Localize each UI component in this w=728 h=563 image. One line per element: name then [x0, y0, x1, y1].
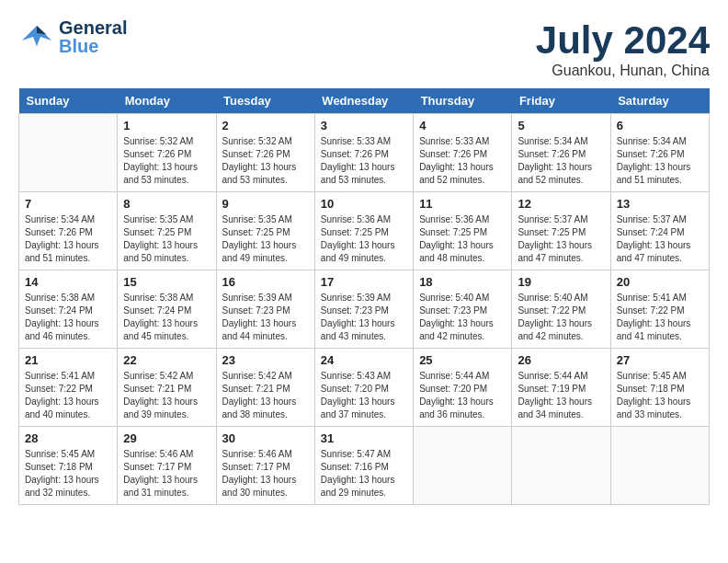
day-info: Sunrise: 5:34 AM Sunset: 7:26 PM Dayligh… [518, 135, 604, 187]
day-number: 7 [25, 197, 111, 211]
day-number: 2 [222, 119, 309, 132]
main-title: July 2024 [536, 18, 710, 63]
day-number: 16 [222, 275, 309, 289]
day-number: 30 [222, 431, 309, 445]
day-number: 26 [518, 353, 604, 367]
day-info: Sunrise: 5:37 AM Sunset: 7:24 PM Dayligh… [617, 213, 703, 265]
calendar-cell: 11Sunrise: 5:36 AM Sunset: 7:25 PM Dayli… [414, 192, 512, 270]
day-number: 4 [419, 119, 506, 132]
day-number: 25 [419, 353, 506, 367]
column-header-friday: Friday [512, 88, 610, 114]
calendar-cell: 28Sunrise: 5:45 AM Sunset: 7:18 PM Dayli… [19, 427, 118, 505]
day-info: Sunrise: 5:45 AM Sunset: 7:18 PM Dayligh… [25, 448, 111, 500]
calendar-week-5: 28Sunrise: 5:45 AM Sunset: 7:18 PM Dayli… [19, 427, 710, 505]
calendar-cell: 16Sunrise: 5:39 AM Sunset: 7:23 PM Dayli… [216, 270, 314, 349]
calendar-table: SundayMondayTuesdayWednesdayThursdayFrid… [18, 88, 710, 505]
column-header-tuesday: Tuesday [216, 88, 314, 114]
logo-blue: Blue [59, 37, 127, 55]
logo: General Blue [18, 18, 127, 55]
calendar-cell: 21Sunrise: 5:41 AM Sunset: 7:22 PM Dayli… [19, 349, 118, 427]
day-info: Sunrise: 5:38 AM Sunset: 7:24 PM Dayligh… [123, 292, 210, 343]
calendar-week-4: 21Sunrise: 5:41 AM Sunset: 7:22 PM Dayli… [19, 349, 710, 427]
calendar-cell: 4Sunrise: 5:33 AM Sunset: 7:26 PM Daylig… [414, 114, 512, 192]
day-number: 14 [25, 275, 111, 289]
calendar-cell: 22Sunrise: 5:42 AM Sunset: 7:21 PM Dayli… [118, 349, 216, 427]
day-info: Sunrise: 5:35 AM Sunset: 7:25 PM Dayligh… [222, 213, 309, 265]
day-number: 13 [617, 197, 703, 211]
calendar-cell: 17Sunrise: 5:39 AM Sunset: 7:23 PM Dayli… [314, 270, 413, 349]
day-info: Sunrise: 5:46 AM Sunset: 7:17 PM Dayligh… [222, 448, 309, 500]
day-number: 23 [222, 353, 309, 367]
calendar-cell: 30Sunrise: 5:46 AM Sunset: 7:17 PM Dayli… [216, 427, 314, 505]
column-header-monday: Monday [118, 88, 216, 114]
day-number: 5 [518, 119, 604, 132]
calendar-cell: 29Sunrise: 5:46 AM Sunset: 7:17 PM Dayli… [118, 427, 216, 505]
day-number: 8 [123, 197, 210, 211]
day-info: Sunrise: 5:38 AM Sunset: 7:24 PM Dayligh… [25, 292, 111, 343]
calendar-cell: 14Sunrise: 5:38 AM Sunset: 7:24 PM Dayli… [19, 270, 118, 349]
day-number: 1 [123, 119, 210, 132]
day-info: Sunrise: 5:34 AM Sunset: 7:26 PM Dayligh… [617, 135, 703, 187]
day-info: Sunrise: 5:33 AM Sunset: 7:26 PM Dayligh… [321, 135, 407, 187]
day-info: Sunrise: 5:34 AM Sunset: 7:26 PM Dayligh… [25, 213, 111, 265]
calendar-week-3: 14Sunrise: 5:38 AM Sunset: 7:24 PM Dayli… [19, 270, 710, 349]
calendar-cell: 15Sunrise: 5:38 AM Sunset: 7:24 PM Dayli… [118, 270, 216, 349]
calendar-cell: 7Sunrise: 5:34 AM Sunset: 7:26 PM Daylig… [19, 192, 118, 270]
day-number: 22 [123, 353, 210, 367]
calendar-cell [19, 114, 118, 192]
calendar-cell: 25Sunrise: 5:44 AM Sunset: 7:20 PM Dayli… [414, 349, 512, 427]
calendar-cell: 18Sunrise: 5:40 AM Sunset: 7:23 PM Dayli… [414, 270, 512, 349]
day-info: Sunrise: 5:37 AM Sunset: 7:25 PM Dayligh… [518, 213, 604, 265]
day-info: Sunrise: 5:45 AM Sunset: 7:18 PM Dayligh… [617, 370, 703, 421]
calendar-cell: 19Sunrise: 5:40 AM Sunset: 7:22 PM Dayli… [512, 270, 610, 349]
calendar-header-row: SundayMondayTuesdayWednesdayThursdayFrid… [19, 88, 710, 114]
day-number: 19 [518, 275, 604, 289]
calendar-cell: 31Sunrise: 5:47 AM Sunset: 7:16 PM Dayli… [314, 427, 413, 505]
day-info: Sunrise: 5:42 AM Sunset: 7:21 PM Dayligh… [123, 370, 210, 421]
column-header-saturday: Saturday [610, 88, 709, 114]
day-number: 29 [123, 431, 210, 445]
day-info: Sunrise: 5:41 AM Sunset: 7:22 PM Dayligh… [25, 370, 111, 421]
calendar-cell [610, 427, 709, 505]
day-number: 17 [321, 275, 407, 289]
day-info: Sunrise: 5:42 AM Sunset: 7:21 PM Dayligh… [222, 370, 309, 421]
day-number: 31 [321, 431, 407, 445]
day-info: Sunrise: 5:46 AM Sunset: 7:17 PM Dayligh… [123, 448, 210, 500]
calendar-cell: 6Sunrise: 5:34 AM Sunset: 7:26 PM Daylig… [610, 114, 709, 192]
day-number: 28 [25, 431, 111, 445]
day-info: Sunrise: 5:32 AM Sunset: 7:26 PM Dayligh… [222, 135, 309, 187]
svg-marker-1 [37, 26, 46, 35]
day-info: Sunrise: 5:36 AM Sunset: 7:25 PM Dayligh… [419, 213, 506, 265]
day-info: Sunrise: 5:40 AM Sunset: 7:22 PM Dayligh… [518, 292, 604, 343]
page-header: General Blue July 2024 Guankou, Hunan, C… [18, 18, 710, 79]
logo-text: General Blue [59, 18, 127, 55]
calendar-cell: 26Sunrise: 5:44 AM Sunset: 7:19 PM Dayli… [512, 349, 610, 427]
subtitle: Guankou, Hunan, China [536, 63, 710, 79]
day-info: Sunrise: 5:44 AM Sunset: 7:20 PM Dayligh… [419, 370, 506, 421]
day-number: 21 [25, 353, 111, 367]
day-number: 6 [617, 119, 703, 132]
calendar-week-2: 7Sunrise: 5:34 AM Sunset: 7:26 PM Daylig… [19, 192, 710, 270]
calendar-cell [512, 427, 610, 505]
calendar-cell: 8Sunrise: 5:35 AM Sunset: 7:25 PM Daylig… [118, 192, 216, 270]
calendar-cell: 13Sunrise: 5:37 AM Sunset: 7:24 PM Dayli… [610, 192, 709, 270]
day-info: Sunrise: 5:39 AM Sunset: 7:23 PM Dayligh… [321, 292, 407, 343]
title-block: July 2024 Guankou, Hunan, China [536, 18, 710, 79]
day-info: Sunrise: 5:44 AM Sunset: 7:19 PM Dayligh… [518, 370, 604, 421]
day-number: 27 [617, 353, 703, 367]
calendar-cell: 10Sunrise: 5:36 AM Sunset: 7:25 PM Dayli… [314, 192, 413, 270]
calendar-cell: 20Sunrise: 5:41 AM Sunset: 7:22 PM Dayli… [610, 270, 709, 349]
day-info: Sunrise: 5:41 AM Sunset: 7:22 PM Dayligh… [617, 292, 703, 343]
day-info: Sunrise: 5:35 AM Sunset: 7:25 PM Dayligh… [123, 213, 210, 265]
day-number: 3 [321, 119, 407, 132]
day-number: 12 [518, 197, 604, 211]
column-header-wednesday: Wednesday [314, 88, 413, 114]
calendar-cell: 24Sunrise: 5:43 AM Sunset: 7:20 PM Dayli… [314, 349, 413, 427]
day-info: Sunrise: 5:36 AM Sunset: 7:25 PM Dayligh… [321, 213, 407, 265]
day-info: Sunrise: 5:43 AM Sunset: 7:20 PM Dayligh… [321, 370, 407, 421]
day-number: 9 [222, 197, 309, 211]
calendar-cell [414, 427, 512, 505]
logo-general: General [59, 18, 127, 37]
day-info: Sunrise: 5:40 AM Sunset: 7:23 PM Dayligh… [419, 292, 506, 343]
day-number: 15 [123, 275, 210, 289]
